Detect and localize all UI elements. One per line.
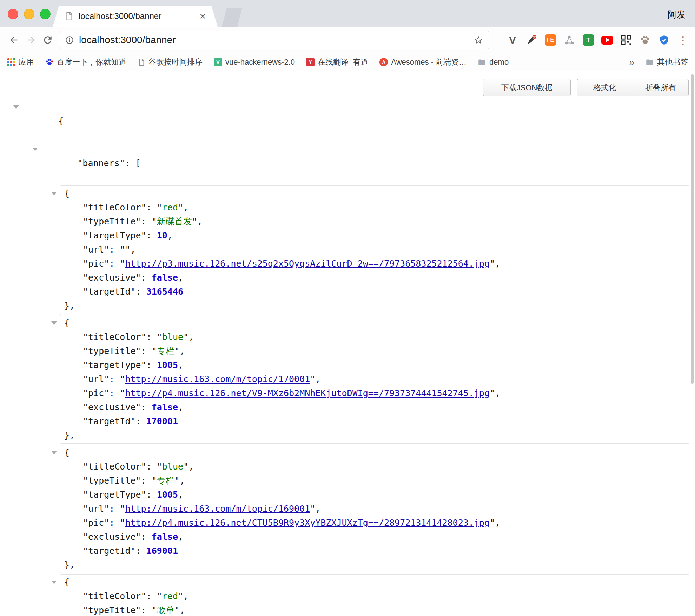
bookmarks-overflow-chevron[interactable]: » [629, 57, 634, 68]
bookmark-baidu[interactable]: 百度一下，你就知道 [45, 57, 126, 67]
json-banners-key-line: "banners": [ [0, 142, 695, 184]
sitemap-icon [564, 35, 575, 45]
vertical-scrollbar[interactable] [691, 74, 694, 384]
forward-icon [25, 34, 37, 46]
reload-button[interactable] [39, 32, 56, 48]
youtube-extension-icon[interactable] [601, 36, 613, 45]
qrcode-extension-icon[interactable] [620, 34, 633, 46]
json-field-line: "pic": "http://p4.music.126.net/V9-MXz6b… [60, 386, 689, 400]
bookmark-awesomes[interactable]: A Awesomes - 前端资… [379, 57, 466, 67]
youdao-icon: Y [306, 58, 315, 66]
other-bookmarks-label: 其他书签 [657, 57, 688, 67]
json-object-open-line: { [60, 316, 689, 330]
json-object-block: {"titleColor": "blue","typeTitle": "专栏",… [60, 315, 689, 444]
bookmark-apps[interactable]: 应用 [7, 57, 34, 67]
browser-tab[interactable]: localhost:3000/banner × [53, 6, 218, 27]
json-field-line: "typeTitle": "专栏", [60, 344, 689, 358]
bookmark-youdao[interactable]: Y 在线翻译_有道 [306, 57, 368, 67]
collapse-toggle-icon[interactable] [13, 105, 19, 109]
json-root-open-line: { [0, 100, 695, 142]
collapse-toggle-icon[interactable] [51, 321, 57, 325]
json-field-line: "targetId": 3165446 [60, 285, 689, 299]
svg-text:英: 英 [533, 36, 536, 39]
json-field-line: "exclusive": false, [60, 271, 689, 285]
json-object-open-line: { [60, 575, 689, 589]
page-icon [138, 58, 145, 66]
tab-strip: localhost:3000/banner × 阿发 [0, 0, 695, 27]
bookmark-label: 在线翻译_有道 [318, 57, 368, 67]
json-field-line: "typeTitle": "新碟首发", [60, 215, 689, 229]
collapse-toggle-icon[interactable] [51, 451, 57, 454]
json-object-open-line: { [60, 186, 689, 201]
json-object-block: {"titleColor": "red","typeTitle": "歌单","… [60, 574, 689, 616]
json-url-link[interactable]: http://p3.music.126.net/s25q2x5QyqsAzilC… [125, 258, 490, 269]
window-minimize-button[interactable] [24, 9, 34, 19]
browser-toolbar: localhost:3000/banner V 英 FE T [0, 27, 695, 53]
vimium-extension-icon[interactable]: V [506, 34, 519, 46]
json-field-line: "typeTitle": "专栏", [60, 474, 689, 488]
extensions-row: V 英 FE T [489, 34, 689, 46]
tab-close-icon[interactable]: × [199, 11, 206, 21]
json-viewer: { "banners": [ {"titleColor": "red","typ… [0, 100, 695, 616]
network-extension-icon[interactable] [563, 34, 576, 46]
collapse-toggle-icon[interactable] [51, 192, 57, 195]
json-field-line: "targetType": 1005, [60, 488, 689, 502]
fehelper-extension-icon[interactable]: FE [545, 34, 556, 46]
profile-name[interactable]: 阿发 [668, 8, 686, 21]
url-text: localhost:3000/banner [79, 34, 474, 46]
json-field-line: "titleColor": "blue", [60, 330, 689, 344]
reload-icon [42, 34, 53, 46]
bookmark-label: 百度一下，你就知道 [57, 57, 126, 67]
back-button[interactable] [6, 32, 22, 48]
bookmark-label: vue-hackernews-2.0 [225, 58, 295, 67]
json-url-link[interactable]: http://music.163.com/m/topic/170001 [125, 374, 310, 384]
json-field-line: "exclusive": false, [60, 400, 689, 414]
browser-menu-icon[interactable]: ⋮ [677, 34, 689, 46]
bookmark-vue-hackernews[interactable]: V vue-hackernews-2.0 [214, 58, 295, 67]
collapse-toggle-icon[interactable] [51, 581, 57, 584]
window-close-button[interactable] [8, 9, 18, 19]
json-field-line: "typeTitle": "歌单", [60, 603, 689, 616]
window-controls [8, 9, 51, 19]
window-zoom-button[interactable] [40, 9, 51, 19]
paw-icon [640, 35, 650, 45]
json-field-line: "pic": "http://p3.music.126.net/s25q2x5Q… [60, 257, 689, 271]
bookmark-demo-folder[interactable]: demo [478, 58, 509, 67]
back-icon [8, 34, 20, 46]
address-bar[interactable]: localhost:3000/banner [59, 31, 489, 49]
json-field-line: "targetType": 1005, [60, 358, 689, 372]
other-bookmarks-folder[interactable]: 其他书签 [646, 57, 688, 67]
json-object-open-line: { [60, 446, 689, 460]
paw-extension-icon[interactable] [639, 34, 651, 46]
page-info-icon[interactable] [65, 35, 74, 45]
collapse-all-button[interactable]: 折叠所有 [633, 79, 689, 96]
json-url-link[interactable]: http://p4.music.126.net/V9-MXz6b2MNhEKju… [125, 388, 490, 398]
json-field-line: "pic": "http://p4.music.126.net/CTU5B9R9… [60, 516, 689, 530]
collapse-toggle-icon[interactable] [32, 148, 38, 151]
bookmark-label: 谷歌按时间排序 [148, 57, 203, 67]
json-field-line: "titleColor": "red", [60, 201, 689, 215]
json-object-close-line: }, [60, 428, 689, 443]
json-object-block: {"titleColor": "blue","typeTitle": "专栏",… [60, 445, 689, 573]
bookmark-star-icon[interactable] [474, 35, 483, 45]
security-shield-extension-icon[interactable] [658, 34, 670, 46]
bookmark-label: Awesomes - 前端资… [391, 57, 466, 67]
json-field-line: "targetId": 170001 [60, 414, 689, 428]
json-object-close-line: }, [60, 558, 689, 572]
format-button[interactable]: 格式化 [577, 79, 633, 96]
tab-title: localhost:3000/banner [79, 11, 199, 21]
shield-t-extension-icon[interactable]: T [583, 34, 594, 46]
json-field-line: "exclusive": false, [60, 530, 689, 544]
json-field-line: "targetType": 10, [60, 229, 689, 243]
json-url-link[interactable]: http://p4.music.126.net/CTU5B9R9y3XyYBZX… [125, 518, 490, 528]
forward-button[interactable] [22, 32, 39, 48]
json-url-link[interactable]: http://music.163.com/m/topic/169001 [125, 504, 310, 514]
dictionary-extension-icon[interactable]: 英 [525, 34, 538, 46]
page-content: 下载JSON数据 格式化 折叠所有 { "banners": [ {"title… [0, 79, 695, 616]
json-field-line: "url": "", [60, 243, 689, 257]
folder-icon [646, 58, 654, 66]
download-json-button[interactable]: 下载JSON数据 [483, 79, 571, 96]
bookmark-google-sort[interactable]: 谷歌按时间排序 [138, 57, 203, 67]
new-tab-button[interactable] [222, 8, 242, 27]
json-array-items: {"titleColor": "red","typeTitle": "新碟首发"… [0, 185, 695, 616]
